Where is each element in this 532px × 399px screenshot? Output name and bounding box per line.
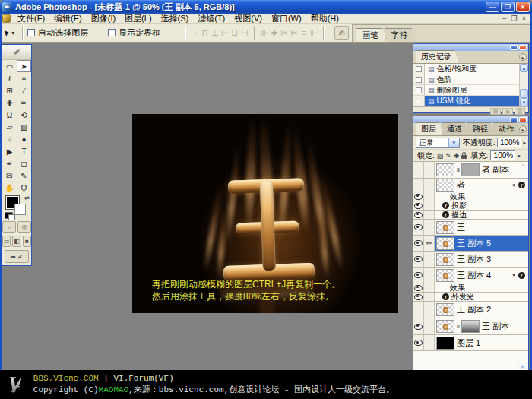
pen-tool[interactable]: ✒: [2, 157, 17, 169]
menu-image[interactable]: 图像(I): [87, 13, 120, 24]
tab-brushes[interactable]: 画笔: [356, 28, 388, 42]
layer-row[interactable]: 王 副本 4 ▼ f: [413, 268, 528, 283]
effect-row[interactable]: f 外发光: [413, 293, 528, 302]
link-cell[interactable]: [424, 162, 435, 178]
quick-mask-mode-button[interactable]: ◎: [17, 221, 31, 233]
history-source-cell[interactable]: [413, 74, 425, 84]
visibility-cell[interactable]: [413, 283, 424, 292]
link-cell[interactable]: [424, 201, 435, 210]
layer-thumbnail[interactable]: [436, 253, 454, 266]
layers-close-button[interactable]: [519, 117, 527, 122]
layer-thumbnail[interactable]: [436, 163, 454, 176]
layer-row[interactable]: 8 者 副本: [413, 162, 528, 179]
history-state[interactable]: ▤ 删除图层: [413, 85, 528, 96]
scroll-down-icon[interactable]: ▼: [520, 98, 528, 106]
scroll-up-icon[interactable]: ▲: [520, 64, 528, 72]
effects-header-row[interactable]: 效果: [413, 283, 528, 293]
layer-thumbnail[interactable]: [436, 237, 454, 250]
rectangular-marquee-tool[interactable]: ▭: [2, 60, 17, 72]
effect-row[interactable]: f 投影: [413, 201, 528, 211]
blend-mode-select[interactable]: 正常 ▾: [416, 138, 460, 148]
jump-to-imageready-button[interactable]: ➦ ✔: [5, 250, 29, 263]
delete-state-button[interactable]: ▥: [515, 108, 525, 115]
visibility-cell[interactable]: [413, 192, 424, 201]
auto-select-checkbox[interactable]: [27, 29, 35, 36]
visibility-cell[interactable]: [413, 268, 424, 283]
minimize-button[interactable]: —: [486, 2, 499, 12]
layer-thumbnail[interactable]: [436, 179, 454, 192]
layer-style-fx-icon[interactable]: f: [518, 182, 525, 188]
bounding-box-checkbox[interactable]: [108, 29, 116, 36]
lock-transparency-icon[interactable]: ▨: [437, 152, 444, 160]
tab-channels[interactable]: 通道: [442, 122, 470, 135]
link-cell[interactable]: [424, 211, 435, 219]
smudge-tool[interactable]: ☟: [2, 133, 17, 145]
tab-paths[interactable]: 路径: [467, 122, 496, 135]
layer-row[interactable]: 王: [413, 220, 528, 236]
history-state-selected[interactable]: ▶ ▤ USM 锐化: [413, 96, 528, 106]
new-document-from-state-button[interactable]: ▤: [490, 108, 501, 115]
fullscreen-button[interactable]: ■: [23, 236, 31, 247]
doc-minimize-button[interactable]: –: [499, 14, 509, 22]
link-cell[interactable]: [424, 252, 435, 267]
document-canvas[interactable]: 再把刚刚动感模糊的图层CTRL+J再复制一个。 然后用涂抹工具，强度80%左右，…: [132, 114, 398, 313]
history-palette-menu-icon[interactable]: ▸: [519, 53, 527, 61]
layers-minimize-button[interactable]: [510, 117, 518, 122]
slice-tool[interactable]: ∕: [17, 84, 31, 97]
doc-restore-button[interactable]: ❐: [509, 14, 519, 22]
default-colors-icon[interactable]: [5, 212, 13, 219]
brush-tool[interactable]: ✏: [17, 97, 31, 109]
link-cell[interactable]: [424, 318, 435, 334]
eyedropper-tool[interactable]: ✎: [17, 169, 31, 182]
restore-button[interactable]: ❐: [501, 2, 515, 12]
history-checkbox[interactable]: [416, 87, 422, 93]
tab-layers[interactable]: 图层: [416, 122, 444, 135]
effect-row[interactable]: f 描边: [413, 211, 528, 220]
fill-input[interactable]: 100%: [490, 150, 515, 160]
link-cell[interactable]: [424, 293, 435, 301]
layer-mask-thumbnail[interactable]: [461, 320, 480, 333]
opacity-slider-arrow-icon[interactable]: ▸: [523, 140, 526, 146]
menu-layer[interactable]: 图层(L): [120, 13, 156, 24]
collapse-effects-icon[interactable]: ▼: [511, 273, 516, 277]
history-checkbox[interactable]: [416, 66, 422, 72]
link-cell[interactable]: [424, 283, 435, 292]
visibility-cell[interactable]: [413, 236, 424, 251]
layer-row-selected[interactable]: ✏ 王 副本 5: [413, 236, 528, 252]
effects-header-row[interactable]: 效果: [413, 192, 528, 201]
zoom-tool[interactable]: Ϙ: [17, 182, 31, 194]
visibility-cell[interactable]: [413, 252, 424, 267]
link-cell[interactable]: [424, 335, 435, 350]
palette-well-icon[interactable]: ✍: [334, 26, 349, 40]
lock-image-icon[interactable]: ✎: [445, 152, 451, 160]
menu-edit[interactable]: 编辑(E): [49, 13, 87, 24]
new-snapshot-button[interactable]: ◉: [502, 108, 513, 115]
visibility-cell[interactable]: [413, 211, 424, 219]
collapse-effects-icon[interactable]: ▼: [511, 183, 516, 188]
link-cell[interactable]: [424, 220, 435, 235]
lock-position-icon[interactable]: ✚: [454, 152, 460, 160]
visibility-cell[interactable]: [413, 293, 424, 301]
history-state[interactable]: ▤ 色相/饱和度: [413, 64, 528, 74]
menu-select[interactable]: 选择(S): [157, 13, 194, 24]
lasso-tool[interactable]: ℓ: [2, 72, 17, 84]
menu-view[interactable]: 视图(V): [230, 13, 267, 24]
layer-row[interactable]: 图层 1: [413, 335, 528, 351]
history-source-cell[interactable]: ▶: [413, 96, 425, 106]
history-checkbox[interactable]: [416, 77, 422, 83]
tab-actions[interactable]: 动作: [493, 122, 521, 135]
swap-colors-icon[interactable]: ⇄: [24, 195, 30, 201]
link-cell[interactable]: [424, 192, 435, 201]
standard-mode-button[interactable]: ○: [2, 221, 16, 233]
notes-tool[interactable]: ✉: [2, 169, 17, 182]
fullscreen-menubar-button[interactable]: ◧: [12, 236, 21, 247]
layer-thumbnail[interactable]: [436, 221, 454, 234]
show-bounding-box-option[interactable]: 显示定界框: [108, 27, 160, 39]
shape-tool[interactable]: ◻: [17, 157, 31, 169]
hand-tool[interactable]: ✋: [2, 182, 17, 194]
clone-stamp-tool[interactable]: Ω: [2, 109, 17, 121]
history-source-cell[interactable]: [413, 64, 425, 74]
opacity-input[interactable]: 100%: [497, 138, 522, 147]
history-close-button[interactable]: [519, 45, 527, 50]
history-state[interactable]: ▤ 色阶: [413, 74, 528, 85]
